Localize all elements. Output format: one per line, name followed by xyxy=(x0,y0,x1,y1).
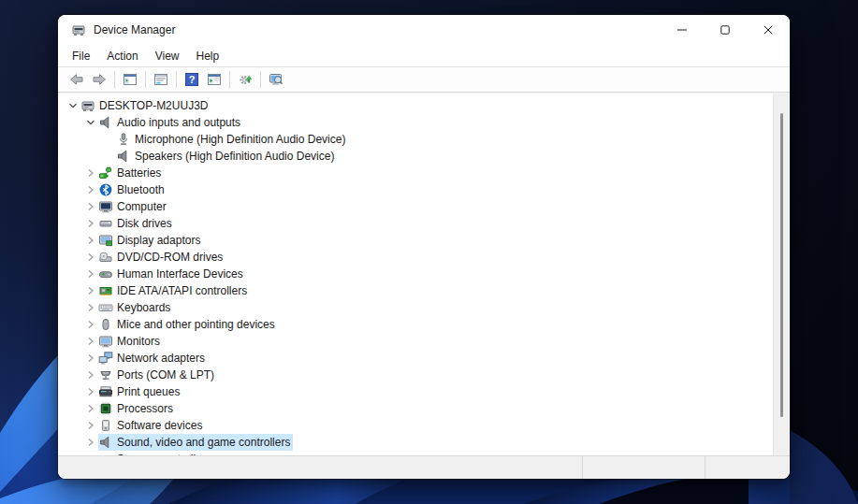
tree-item-body[interactable]: Network adapters xyxy=(98,350,208,367)
chevron-expanded-icon[interactable] xyxy=(83,115,98,130)
maximize-button[interactable] xyxy=(704,15,747,45)
tree-item-label: Storage controllers xyxy=(116,452,214,456)
tree-item[interactable]: Batteries xyxy=(58,165,774,181)
display-icon xyxy=(98,233,113,248)
tree-item-body[interactable]: Display adaptors xyxy=(98,232,203,249)
toolbar-separator xyxy=(229,71,230,88)
tree-item[interactable]: Mice and other pointing devices xyxy=(58,316,774,333)
toolbar-separator xyxy=(114,71,115,88)
tree-item-body[interactable]: DESKTOP-M2UUJ3D xyxy=(80,97,211,114)
tree-item[interactable]: Human Interface Devices xyxy=(58,266,774,282)
help-toolbar-button[interactable]: ? xyxy=(181,69,203,90)
tree-item-body[interactable]: IDE ATA/ATAPI controllers xyxy=(98,282,250,299)
tree-item-body[interactable]: Batteries xyxy=(98,165,164,181)
storage-icon xyxy=(98,452,113,455)
chevron-collapsed-icon[interactable] xyxy=(83,317,98,332)
tree-item-label: Speakers (High Definition Audio Device) xyxy=(134,149,337,165)
chevron-collapsed-icon[interactable] xyxy=(83,300,98,315)
tree-item-body[interactable]: Bluetooth xyxy=(98,181,167,198)
tree-item-label: Microphone (High Definition Audio Device… xyxy=(134,132,348,148)
tree-item-body[interactable]: Ports (COM & LPT) xyxy=(98,367,217,383)
action-pane-icon xyxy=(207,72,222,87)
tree-item[interactable]: IDE ATA/ATAPI controllers xyxy=(58,282,774,299)
tree-item[interactable]: Print queues xyxy=(58,383,774,400)
status-cell xyxy=(58,456,582,479)
tree-item-body[interactable]: Mice and other pointing devices xyxy=(98,316,278,333)
chevron-collapsed-icon[interactable] xyxy=(83,166,98,180)
chevron-collapsed-icon[interactable] xyxy=(83,233,98,248)
chevron-collapsed-icon[interactable] xyxy=(83,216,98,231)
tree-item-body[interactable]: Human Interface Devices xyxy=(98,266,246,282)
chevron-collapsed-icon[interactable] xyxy=(83,334,98,349)
menu-item-action[interactable]: Action xyxy=(98,47,146,65)
chevron-collapsed-icon[interactable] xyxy=(83,401,98,416)
tree-item[interactable]: Monitors xyxy=(58,333,774,350)
close-button[interactable] xyxy=(747,15,790,45)
tree-item-body[interactable]: Computer xyxy=(98,198,169,215)
bluetooth-icon xyxy=(98,182,113,197)
chevron-collapsed-icon[interactable] xyxy=(83,384,98,399)
chevron-collapsed-icon[interactable] xyxy=(83,283,98,298)
action-pane-toolbar-button[interactable] xyxy=(203,69,225,90)
forward-toolbar-button[interactable] xyxy=(88,69,110,90)
tree-item-body[interactable]: Speakers (High Definition Audio Device) xyxy=(116,148,337,165)
tree-item[interactable]: Ports (COM & LPT) xyxy=(58,367,774,383)
tree-item-body[interactable]: Storage controllers xyxy=(98,451,214,455)
properties-toolbar-button[interactable] xyxy=(150,69,172,90)
tree-item-body[interactable]: Monitors xyxy=(98,333,163,350)
tree-item-body[interactable]: Processors xyxy=(98,400,176,417)
tree-item-body[interactable]: Sound, video and game controllers xyxy=(98,434,293,451)
chevron-collapsed-icon[interactable] xyxy=(83,367,98,382)
scrollbar-thumb[interactable] xyxy=(780,113,783,417)
tree-item-body[interactable]: Print queues xyxy=(98,383,182,400)
tree-item[interactable]: Disk drives xyxy=(58,215,774,232)
tree-item[interactable]: Microphone (High Definition Audio Device… xyxy=(58,131,774,148)
chevron-collapsed-icon[interactable] xyxy=(83,199,98,214)
chevron-collapsed-icon[interactable] xyxy=(83,418,98,433)
tree-item[interactable]: Keyboards xyxy=(58,299,774,316)
chevron-collapsed-icon[interactable] xyxy=(83,266,98,281)
chevron-collapsed-icon[interactable] xyxy=(83,250,98,265)
tree-item-label: Network adapters xyxy=(116,351,208,367)
tree-item[interactable]: Processors xyxy=(58,400,774,417)
chevron-collapsed-icon[interactable] xyxy=(83,435,98,450)
console-tree-toolbar-button[interactable] xyxy=(119,69,141,90)
back-toolbar-button[interactable] xyxy=(65,69,88,90)
tree-item-body[interactable]: Keyboards xyxy=(98,299,173,316)
dvd-icon xyxy=(98,250,113,265)
vertical-scrollbar[interactable] xyxy=(773,94,790,455)
menu-item-help[interactable]: Help xyxy=(188,47,228,65)
scan-hardware-toolbar-button[interactable] xyxy=(265,69,287,90)
tree-item-body[interactable]: Audio inputs and outputs xyxy=(98,114,243,131)
chevron-expanded-icon[interactable] xyxy=(65,98,80,113)
update-driver-toolbar-button[interactable] xyxy=(234,69,256,90)
scan-hardware-icon xyxy=(269,72,284,87)
tree-item[interactable]: Network adapters xyxy=(58,350,774,367)
battery-icon xyxy=(98,166,113,180)
tree-item[interactable]: Computer xyxy=(58,198,774,215)
minimize-button[interactable] xyxy=(661,15,704,45)
tree-item[interactable]: Audio inputs and outputs xyxy=(58,114,774,131)
tree-item[interactable]: DVD/CD-ROM drives xyxy=(58,249,774,266)
tree-item[interactable]: Sound, video and game controllers xyxy=(58,434,774,451)
tree-item[interactable]: Display adaptors xyxy=(58,232,774,249)
tree-item-body[interactable]: Disk drives xyxy=(98,215,175,232)
tree-item[interactable]: Storage controllers xyxy=(58,451,774,455)
computer-icon xyxy=(98,199,113,214)
menu-item-file[interactable]: File xyxy=(64,47,98,65)
menu-item-view[interactable]: View xyxy=(147,47,188,65)
title-bar[interactable]: Device Manager xyxy=(58,15,790,45)
tree-item[interactable]: Bluetooth xyxy=(58,181,774,198)
tree-item[interactable]: Software devices xyxy=(58,417,774,434)
svg-text:?: ? xyxy=(189,74,196,85)
tree-item[interactable]: DESKTOP-M2UUJ3D xyxy=(58,97,774,114)
tree-item[interactable]: Speakers (High Definition Audio Device) xyxy=(58,148,774,165)
chevron-collapsed-icon[interactable] xyxy=(83,182,98,197)
device-tree-panel: DESKTOP-M2UUJ3DAudio inputs and outputsM… xyxy=(58,93,790,455)
chevron-collapsed-icon[interactable] xyxy=(83,351,98,366)
tree-item-label: Batteries xyxy=(116,166,164,181)
tree-item-body[interactable]: Microphone (High Definition Audio Device… xyxy=(116,131,348,148)
tree-item-body[interactable]: DVD/CD-ROM drives xyxy=(98,249,225,266)
chevron-collapsed-icon[interactable] xyxy=(83,452,98,455)
tree-item-body[interactable]: Software devices xyxy=(98,417,205,434)
